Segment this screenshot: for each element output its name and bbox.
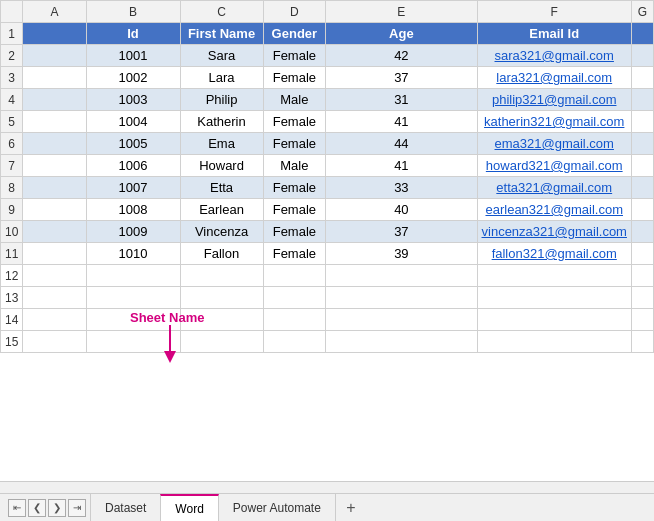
col-header-a[interactable]: A xyxy=(23,1,86,23)
col-header-f[interactable]: F xyxy=(477,1,631,23)
cell-a[interactable] xyxy=(23,111,86,133)
cell-first-name[interactable]: Earlean xyxy=(180,199,263,221)
cell-age[interactable]: 40 xyxy=(326,199,477,221)
empty-cell[interactable] xyxy=(631,265,653,287)
email-link[interactable]: vincenza321@gmail.com xyxy=(482,224,627,239)
cell-gender[interactable]: Female xyxy=(263,133,326,155)
empty-cell[interactable] xyxy=(180,287,263,309)
cell-age[interactable]: 37 xyxy=(326,221,477,243)
cell-gender[interactable]: Female xyxy=(263,199,326,221)
cell-extra[interactable] xyxy=(631,177,653,199)
cell-first-name[interactable]: Philip xyxy=(180,89,263,111)
cell-a[interactable] xyxy=(23,177,86,199)
cell-id[interactable]: 1001 xyxy=(86,45,180,67)
cell-extra[interactable] xyxy=(631,243,653,265)
cell-gender[interactable]: Female xyxy=(263,111,326,133)
cell-age[interactable]: 41 xyxy=(326,155,477,177)
cell-email[interactable]: earlean321@gmail.com xyxy=(477,199,631,221)
empty-cell[interactable] xyxy=(263,265,326,287)
empty-cell[interactable] xyxy=(86,265,180,287)
cell-id[interactable]: 1007 xyxy=(86,177,180,199)
cell-id[interactable]: 1006 xyxy=(86,155,180,177)
cell-id[interactable]: 1003 xyxy=(86,89,180,111)
cell-gender[interactable]: Female xyxy=(263,221,326,243)
empty-cell[interactable] xyxy=(631,331,653,353)
empty-cell[interactable] xyxy=(263,287,326,309)
cell-first-name[interactable]: Howard xyxy=(180,155,263,177)
cell-a[interactable] xyxy=(23,45,86,67)
empty-cell[interactable] xyxy=(477,265,631,287)
cell-id[interactable]: 1004 xyxy=(86,111,180,133)
cell-extra[interactable] xyxy=(631,45,653,67)
cell-id[interactable]: 1009 xyxy=(86,221,180,243)
cell-first-name[interactable]: Vincenza xyxy=(180,221,263,243)
cell-extra[interactable] xyxy=(631,133,653,155)
col-header-e[interactable]: E xyxy=(326,1,477,23)
cell-first-name[interactable]: Lara xyxy=(180,67,263,89)
email-link[interactable]: fallon321@gmail.com xyxy=(492,246,617,261)
horizontal-scrollbar[interactable] xyxy=(0,481,654,493)
cell-a[interactable] xyxy=(23,155,86,177)
cell-extra[interactable] xyxy=(631,111,653,133)
empty-cell[interactable] xyxy=(477,309,631,331)
empty-cell[interactable] xyxy=(180,265,263,287)
cell-age[interactable]: 44 xyxy=(326,133,477,155)
cell-a[interactable] xyxy=(23,133,86,155)
email-link[interactable]: earlean321@gmail.com xyxy=(485,202,623,217)
empty-cell[interactable] xyxy=(326,287,477,309)
cell-a[interactable] xyxy=(23,199,86,221)
tab-nav-prev[interactable]: ❮ xyxy=(28,499,46,517)
cell-a[interactable] xyxy=(23,89,86,111)
cell-extra[interactable] xyxy=(631,67,653,89)
add-tab-button[interactable]: + xyxy=(339,496,363,520)
cell-id[interactable]: 1008 xyxy=(86,199,180,221)
cell-gender[interactable]: Female xyxy=(263,67,326,89)
cell-a[interactable] xyxy=(23,67,86,89)
empty-cell[interactable] xyxy=(326,265,477,287)
tab-nav-last[interactable]: ⇥ xyxy=(68,499,86,517)
cell-gender[interactable]: Female xyxy=(263,243,326,265)
empty-cell[interactable] xyxy=(631,309,653,331)
cell-age[interactable]: 33 xyxy=(326,177,477,199)
cell-first-name[interactable]: Etta xyxy=(180,177,263,199)
cell-extra[interactable] xyxy=(631,199,653,221)
empty-cell[interactable] xyxy=(477,331,631,353)
empty-cell[interactable] xyxy=(631,287,653,309)
cell-first-name[interactable]: Ema xyxy=(180,133,263,155)
empty-cell[interactable] xyxy=(326,309,477,331)
email-link[interactable]: sara321@gmail.com xyxy=(495,48,614,63)
cell-email[interactable]: sara321@gmail.com xyxy=(477,45,631,67)
cell-id[interactable]: 1005 xyxy=(86,133,180,155)
cell-age[interactable]: 42 xyxy=(326,45,477,67)
empty-cell[interactable] xyxy=(263,309,326,331)
col-header-g[interactable]: G xyxy=(631,1,653,23)
cell-id[interactable]: 1010 xyxy=(86,243,180,265)
empty-cell[interactable] xyxy=(23,287,86,309)
cell-email[interactable]: fallon321@gmail.com xyxy=(477,243,631,265)
tab-word[interactable]: Word xyxy=(160,494,218,521)
col-header-c[interactable]: C xyxy=(180,1,263,23)
cell-id[interactable]: 1002 xyxy=(86,67,180,89)
cell-age[interactable]: 41 xyxy=(326,111,477,133)
tab-nav-next[interactable]: ❯ xyxy=(48,499,66,517)
cell-first-name[interactable]: Fallon xyxy=(180,243,263,265)
col-header-b[interactable]: B xyxy=(86,1,180,23)
email-link[interactable]: etta321@gmail.com xyxy=(496,180,612,195)
cell-gender[interactable]: Female xyxy=(263,177,326,199)
tab-nav-first[interactable]: ⇤ xyxy=(8,499,26,517)
empty-cell[interactable] xyxy=(477,287,631,309)
email-link[interactable]: howard321@gmail.com xyxy=(486,158,623,173)
cell-email[interactable]: ema321@gmail.com xyxy=(477,133,631,155)
cell-email[interactable]: howard321@gmail.com xyxy=(477,155,631,177)
empty-cell[interactable] xyxy=(23,309,86,331)
cell-email[interactable]: philip321@gmail.com xyxy=(477,89,631,111)
cell-a[interactable] xyxy=(23,243,86,265)
tab-dataset[interactable]: Dataset xyxy=(90,494,161,521)
cell-age[interactable]: 39 xyxy=(326,243,477,265)
tab-power-automate[interactable]: Power Automate xyxy=(218,494,336,521)
empty-cell[interactable] xyxy=(86,287,180,309)
cell-a[interactable] xyxy=(23,221,86,243)
empty-cell[interactable] xyxy=(263,331,326,353)
cell-first-name[interactable]: Katherin xyxy=(180,111,263,133)
empty-cell[interactable] xyxy=(23,331,86,353)
